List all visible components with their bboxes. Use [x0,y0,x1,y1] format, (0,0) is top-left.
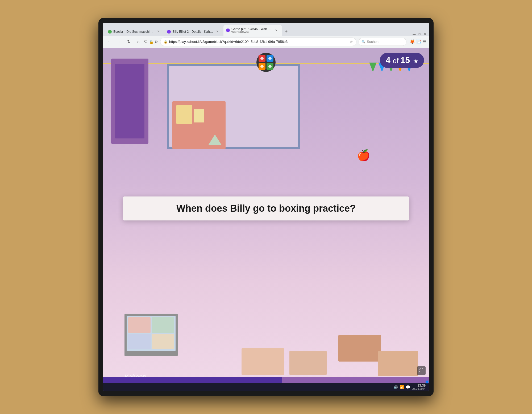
security-icons: 🛡 🔒 ⚙ [144,40,158,44]
ecosia-tab-label: Ecosia – Die Suchmaschine, die [113,30,154,34]
taskbar-icons: 🔊 📶 💬 [393,385,410,389]
laptop-screen [127,316,176,351]
back-button[interactable]: ← [106,38,113,46]
progress-bar-fill [103,377,282,383]
clock-time: 13:39 [412,384,426,387]
kahoot-details-tab-icon [167,30,171,34]
address-protocol-icon: 🔒 [164,40,168,44]
new-tab-button[interactable]: + [282,28,290,35]
question-total: 15 [401,55,410,65]
address-bar-row: ← → ↻ ⌂ 🛡 🔒 ⚙ 🔒 https://play.kahoot.it/v… [103,36,429,48]
tab-ecosia[interactable]: Ecosia – Die Suchmaschine, die ✕ [105,27,164,36]
question-badge: 4 of 15 ★ [380,53,424,68]
kahoot-details-tab-label: Billy Elliot 2 - Details - Kahoot! [172,30,213,34]
close-button[interactable]: ✕ [423,32,427,36]
taskbar-chat-icon[interactable]: 💬 [406,385,410,389]
reload-button[interactable]: ↻ [125,38,132,46]
question-banner: When does Billy go to boxing practice? [123,196,409,220]
search-placeholder: Suchen [367,40,379,44]
home-button[interactable]: ⌂ [135,38,142,46]
bookmark-icon: ☆ [350,40,353,44]
address-input[interactable]: 🔒 https://play.kahoot.it/v2/gameblock?qu… [160,38,356,46]
address-url: https://play.kahoot.it/v2/gameblock?quiz… [169,40,348,44]
fullscreen-button[interactable]: ⛶ [417,366,426,375]
taskbar-time: 13:39 26.06.2024 [412,384,426,390]
door-frame [111,59,148,144]
kahoot-game-tab-icon [226,28,230,32]
firefox-account-icon[interactable]: 🦊 [410,39,415,44]
ecosia-tab-close[interactable]: ✕ [156,30,160,34]
kahoot-game-tab-close[interactable]: ✕ [274,28,278,32]
question-number: 4 [386,55,390,65]
fullscreen-icon: ⛶ [419,368,423,373]
student-desk-3 [378,351,418,376]
notice-board [172,101,226,149]
extra-browser-icons: 🦊 📑 ☰ [410,39,426,44]
bookmark-sidebar-icon[interactable]: 📑 [416,39,421,44]
forward-button[interactable]: → [115,38,123,46]
kahoot-logo-icon [256,53,276,72]
question-of-total: of [393,57,401,65]
door-inner [115,64,144,138]
student-desk-1 [242,348,284,375]
clock-date: 26.06.2024 [412,387,426,390]
lock-icon: 🔒 [149,40,153,44]
apple-decoration: 🍎 [357,149,370,162]
browser-chrome: Ecosia – Die Suchmaschine, die ✕ Billy E… [103,23,429,48]
question-text: When does Billy go to boxing practice? [133,203,398,214]
monitor-screen: Ecosia – Die Suchmaschine, die ✕ Billy E… [103,23,429,391]
taskbar-network-icon[interactable]: 📶 [400,385,404,389]
settings-icon: ⚙ [155,40,158,44]
search-input[interactable]: 🔍 Suchen [359,38,406,46]
progress-bar-container [103,377,429,383]
star-icon: ★ [413,58,418,64]
tab-kahoot-game[interactable]: Game pin: 734646 - Waiting for WIEDERGAB… [223,25,282,36]
flag-1 [369,63,377,72]
taskbar: 🔊 📶 💬 13:39 26.06.2024 [103,383,429,391]
minimize-button[interactable]: — [412,32,416,36]
ecosia-tab-icon [108,30,112,34]
window-controls: — □ ✕ [412,32,427,36]
kahoot-details-tab-close[interactable]: ✕ [215,30,219,34]
kahoot-game-tab-sublabel: WIEDERGABE [231,31,272,34]
tabs-bar: Ecosia – Die Suchmaschine, die ✕ Billy E… [103,23,429,36]
kahoot-game-area: 🍎 [103,48,429,383]
monitor: Ecosia – Die Suchmaschine, die ✕ Billy E… [98,18,434,396]
shield-icon: 🛡 [144,40,148,44]
maximize-button[interactable]: □ [418,32,421,36]
student-desk-2 [289,351,327,375]
kahoot-game-tab-label: Game pin: 734646 - Waiting for [231,27,272,31]
led-indicator [426,381,428,383]
menu-icon[interactable]: ☰ [422,39,426,44]
teacher-desk [338,335,381,362]
tab-kahoot-details[interactable]: Billy Elliot 2 - Details - Kahoot! ✕ [164,27,223,36]
taskbar-volume-icon[interactable]: 🔊 [393,385,398,389]
search-icon: 🔍 [361,40,365,44]
laptop [124,314,178,356]
